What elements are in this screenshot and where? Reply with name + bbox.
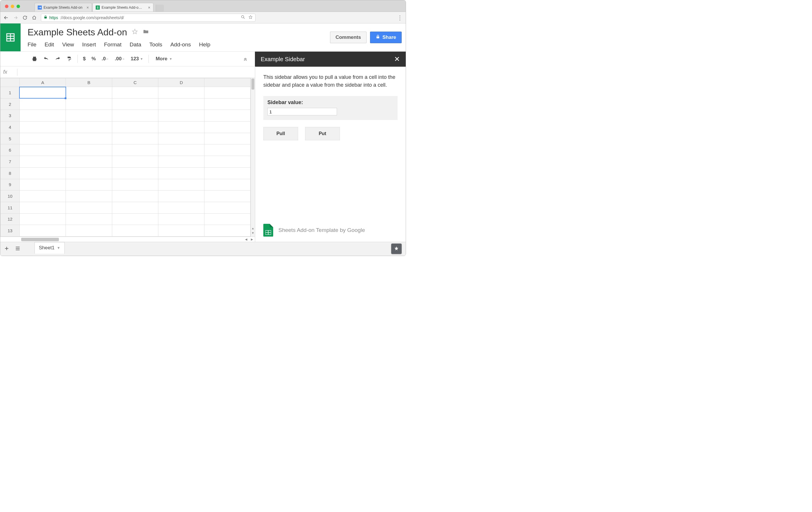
horizontal-scrollbar[interactable]: ◀▶: [0, 237, 255, 242]
tab-close-icon[interactable]: ×: [148, 5, 150, 10]
bookmark-star-icon[interactable]: [248, 15, 253, 20]
decrease-decimal-button[interactable]: .0←: [99, 52, 112, 66]
cell[interactable]: [66, 144, 112, 156]
put-button[interactable]: Put: [305, 127, 340, 140]
sheet-tab-active[interactable]: Sheet1 ▼: [34, 242, 65, 254]
cell[interactable]: [20, 110, 65, 121]
new-tab-button[interactable]: [156, 5, 164, 11]
cell[interactable]: [204, 121, 251, 133]
cell[interactable]: [66, 190, 112, 202]
row-header[interactable]: 9: [1, 179, 20, 190]
cell[interactable]: [204, 179, 251, 190]
document-title[interactable]: Example Sheets Add-on: [28, 27, 127, 38]
cell[interactable]: [112, 144, 158, 156]
cell[interactable]: [158, 202, 204, 213]
cell[interactable]: [20, 167, 65, 179]
cell[interactable]: [112, 167, 158, 179]
more-tools-button[interactable]: More▼: [153, 52, 175, 66]
sheet-tab-menu-icon[interactable]: ▼: [57, 246, 60, 250]
row-header[interactable]: 6: [1, 144, 20, 156]
row-header[interactable]: 3: [1, 110, 20, 121]
cell[interactable]: [158, 156, 204, 168]
row-header[interactable]: 5: [1, 133, 20, 144]
row-header[interactable]: 11: [1, 202, 20, 213]
browser-menu-icon[interactable]: ⋮: [397, 14, 403, 21]
sidebar-close-icon[interactable]: ✕: [394, 55, 400, 63]
cell[interactable]: [66, 110, 112, 121]
nav-back-icon[interactable]: [3, 15, 9, 21]
cell[interactable]: [158, 167, 204, 179]
share-button[interactable]: Share: [370, 32, 402, 43]
paint-format-icon[interactable]: [63, 52, 75, 66]
menu-view[interactable]: View: [62, 41, 74, 48]
cell[interactable]: [112, 179, 158, 190]
redo-icon[interactable]: [52, 52, 63, 66]
collapse-toolbar-icon[interactable]: [236, 52, 255, 66]
nav-home-icon[interactable]: [32, 15, 37, 20]
cell[interactable]: [20, 98, 65, 110]
menu-tools[interactable]: Tools: [149, 41, 162, 48]
cell[interactable]: [112, 98, 158, 110]
scroll-left-icon[interactable]: ◀: [245, 238, 248, 241]
cell[interactable]: [20, 225, 65, 237]
cell[interactable]: [158, 213, 204, 225]
move-to-folder-icon[interactable]: [143, 28, 149, 36]
print-icon[interactable]: [29, 52, 40, 66]
all-sheets-icon[interactable]: [15, 246, 21, 252]
cell[interactable]: [66, 213, 112, 225]
add-sheet-icon[interactable]: [4, 246, 9, 252]
nav-reload-icon[interactable]: [22, 15, 28, 20]
cell[interactable]: [112, 190, 158, 202]
undo-icon[interactable]: [40, 52, 52, 66]
cell[interactable]: [158, 87, 204, 98]
cell[interactable]: [204, 190, 251, 202]
menu-help[interactable]: Help: [199, 41, 210, 48]
cell-A1[interactable]: [20, 87, 65, 98]
column-header[interactable]: [204, 78, 251, 87]
cell[interactable]: [20, 144, 65, 156]
cell[interactable]: [20, 213, 65, 225]
cell[interactable]: [66, 121, 112, 133]
cell[interactable]: [204, 144, 251, 156]
cell[interactable]: [66, 167, 112, 179]
cell[interactable]: [204, 110, 251, 121]
column-header[interactable]: D: [158, 78, 204, 87]
tab-close-icon[interactable]: ×: [86, 5, 89, 10]
cell[interactable]: [112, 202, 158, 213]
cell[interactable]: [20, 179, 65, 190]
cell[interactable]: [66, 202, 112, 213]
cell[interactable]: [112, 156, 158, 168]
vertical-scrollbar[interactable]: ▲ ▼: [251, 78, 255, 237]
column-header[interactable]: B: [66, 78, 112, 87]
cell[interactable]: [20, 156, 65, 168]
close-window-icon[interactable]: [5, 5, 8, 8]
pull-button[interactable]: Pull: [263, 127, 298, 140]
cell[interactable]: [204, 156, 251, 168]
browser-tab-0[interactable]: Example Sheets Add-on ×: [34, 3, 92, 11]
cell[interactable]: [112, 110, 158, 121]
number-format-button[interactable]: 123 ▼: [127, 52, 146, 66]
row-header[interactable]: 4: [1, 121, 20, 133]
cell[interactable]: [204, 225, 251, 237]
cell[interactable]: [204, 202, 251, 213]
cell[interactable]: [158, 144, 204, 156]
cell[interactable]: [66, 98, 112, 110]
row-header[interactable]: 1: [1, 87, 20, 98]
cell[interactable]: [66, 225, 112, 237]
cell[interactable]: [20, 133, 65, 144]
cell[interactable]: [66, 87, 112, 98]
cell[interactable]: [20, 190, 65, 202]
row-header[interactable]: 2: [1, 98, 20, 110]
cell[interactable]: [158, 121, 204, 133]
menu-file[interactable]: File: [28, 41, 36, 48]
scrollbar-thumb[interactable]: [21, 238, 59, 241]
menu-data[interactable]: Data: [129, 41, 141, 48]
cell[interactable]: [66, 179, 112, 190]
cell[interactable]: [20, 202, 65, 213]
cell[interactable]: [204, 133, 251, 144]
menu-insert[interactable]: Insert: [82, 41, 96, 48]
cell[interactable]: [112, 225, 158, 237]
spreadsheet-grid[interactable]: A B C D 1 2 3 4 5 6 7: [0, 78, 251, 237]
formula-input[interactable]: [19, 68, 252, 76]
sheets-logo-icon[interactable]: [0, 24, 21, 51]
